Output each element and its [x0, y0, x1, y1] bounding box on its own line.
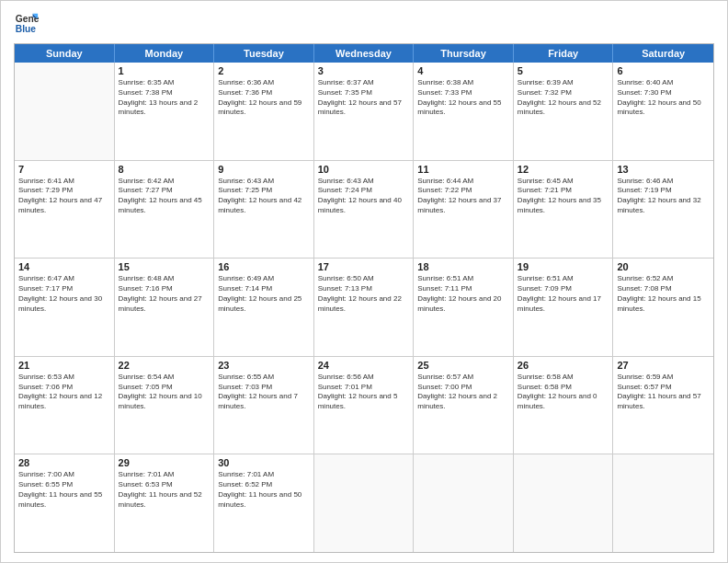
weekday-header: Tuesday	[214, 44, 314, 63]
day-number: 1	[119, 65, 210, 76]
cell-info: Sunrise: 6:36 AMSunset: 7:36 PMDaylight:…	[218, 78, 310, 118]
day-number: 23	[218, 360, 310, 371]
calendar-cell: 4Sunrise: 6:38 AMSunset: 7:33 PMDaylight…	[414, 63, 514, 160]
weekday-header: Wednesday	[314, 44, 415, 63]
day-number: 24	[318, 360, 410, 371]
day-number: 27	[617, 360, 710, 371]
calendar-cell: 13Sunrise: 6:46 AMSunset: 7:19 PMDayligh…	[613, 161, 713, 259]
day-number: 16	[218, 261, 310, 272]
day-number: 21	[18, 360, 110, 371]
calendar-cell: 26Sunrise: 6:58 AMSunset: 6:58 PMDayligh…	[514, 357, 614, 454]
cell-info: Sunrise: 6:58 AMSunset: 6:58 PMDaylight:…	[518, 373, 609, 412]
calendar-cell: 29Sunrise: 7:01 AMSunset: 6:53 PMDayligh…	[115, 454, 215, 552]
cell-info: Sunrise: 7:00 AMSunset: 6:55 PMDaylight:…	[18, 470, 110, 510]
day-number: 12	[518, 164, 609, 175]
day-number: 30	[218, 457, 310, 468]
day-number: 3	[318, 65, 410, 76]
cell-info: Sunrise: 6:56 AMSunset: 7:01 PMDaylight:…	[318, 373, 410, 412]
calendar-cell	[414, 454, 514, 552]
calendar-week: 7Sunrise: 6:41 AMSunset: 7:29 PMDaylight…	[15, 161, 713, 259]
calendar-week: 14Sunrise: 6:47 AMSunset: 7:17 PMDayligh…	[15, 259, 713, 357]
cell-info: Sunrise: 7:01 AMSunset: 6:53 PMDaylight:…	[119, 470, 210, 510]
day-number: 10	[318, 164, 410, 175]
weekday-header: Monday	[115, 44, 215, 63]
calendar-cell: 25Sunrise: 6:57 AMSunset: 7:00 PMDayligh…	[414, 357, 514, 454]
calendar-cell: 20Sunrise: 6:52 AMSunset: 7:08 PMDayligh…	[613, 259, 713, 356]
calendar-cell	[514, 454, 614, 552]
day-number: 11	[417, 164, 509, 175]
calendar-cell: 17Sunrise: 6:50 AMSunset: 7:13 PMDayligh…	[314, 259, 415, 356]
cell-info: Sunrise: 6:54 AMSunset: 7:05 PMDaylight:…	[119, 373, 210, 412]
cell-info: Sunrise: 6:42 AMSunset: 7:27 PMDaylight:…	[119, 177, 210, 216]
cell-info: Sunrise: 6:40 AMSunset: 7:30 PMDaylight:…	[617, 78, 710, 118]
day-number: 4	[417, 65, 509, 76]
cell-info: Sunrise: 6:44 AMSunset: 7:22 PMDaylight:…	[417, 177, 509, 216]
cell-info: Sunrise: 6:59 AMSunset: 6:57 PMDaylight:…	[617, 373, 710, 412]
day-number: 5	[518, 65, 609, 76]
weekday-header: Sunday	[15, 44, 115, 63]
cell-info: Sunrise: 6:50 AMSunset: 7:13 PMDaylight:…	[318, 274, 410, 314]
day-number: 18	[417, 261, 509, 272]
cell-info: Sunrise: 6:38 AMSunset: 7:33 PMDaylight:…	[417, 78, 509, 118]
cell-info: Sunrise: 6:43 AMSunset: 7:24 PMDaylight:…	[318, 177, 410, 216]
day-number: 22	[119, 360, 210, 371]
calendar-cell: 8Sunrise: 6:42 AMSunset: 7:27 PMDaylight…	[115, 161, 215, 259]
calendar-cell: 22Sunrise: 6:54 AMSunset: 7:05 PMDayligh…	[115, 357, 215, 454]
day-number: 19	[518, 261, 609, 272]
day-number: 25	[417, 360, 509, 371]
svg-text:Blue: Blue	[16, 24, 37, 34]
calendar-cell: 2Sunrise: 6:36 AMSunset: 7:36 PMDaylight…	[214, 63, 314, 160]
calendar-cell	[15, 63, 115, 160]
calendar-cell: 12Sunrise: 6:45 AMSunset: 7:21 PMDayligh…	[514, 161, 614, 259]
weekday-header: Saturday	[613, 44, 713, 63]
calendar-cell: 6Sunrise: 6:40 AMSunset: 7:30 PMDaylight…	[613, 63, 713, 160]
cell-info: Sunrise: 6:35 AMSunset: 7:38 PMDaylight:…	[119, 78, 210, 118]
calendar-cell: 27Sunrise: 6:59 AMSunset: 6:57 PMDayligh…	[613, 357, 713, 454]
weekday-header: Friday	[514, 44, 614, 63]
calendar-cell: 5Sunrise: 6:39 AMSunset: 7:32 PMDaylight…	[514, 63, 614, 160]
calendar-cell: 14Sunrise: 6:47 AMSunset: 7:17 PMDayligh…	[15, 259, 115, 356]
calendar-cell	[314, 454, 415, 552]
calendar-body: 1Sunrise: 6:35 AMSunset: 7:38 PMDaylight…	[15, 63, 713, 552]
cell-info: Sunrise: 6:57 AMSunset: 7:00 PMDaylight:…	[417, 373, 509, 412]
day-number: 17	[318, 261, 410, 272]
calendar-header: SundayMondayTuesdayWednesdayThursdayFrid…	[15, 44, 713, 63]
calendar-cell: 18Sunrise: 6:51 AMSunset: 7:11 PMDayligh…	[414, 259, 514, 356]
day-number: 7	[18, 164, 110, 175]
logo: General Blue	[14, 10, 40, 36]
day-number: 15	[119, 261, 210, 272]
calendar-cell	[613, 454, 713, 552]
cell-info: Sunrise: 6:51 AMSunset: 7:11 PMDaylight:…	[417, 274, 509, 314]
calendar-cell: 15Sunrise: 6:48 AMSunset: 7:16 PMDayligh…	[115, 259, 215, 356]
day-number: 28	[18, 457, 110, 468]
logo-icon: General Blue	[14, 10, 40, 36]
cell-info: Sunrise: 6:55 AMSunset: 7:03 PMDaylight:…	[218, 373, 310, 412]
day-number: 9	[218, 164, 310, 175]
calendar-cell: 28Sunrise: 7:00 AMSunset: 6:55 PMDayligh…	[15, 454, 115, 552]
day-number: 6	[617, 65, 710, 76]
calendar-week: 28Sunrise: 7:00 AMSunset: 6:55 PMDayligh…	[15, 454, 713, 552]
day-number: 26	[518, 360, 609, 371]
day-number: 29	[119, 457, 210, 468]
cell-info: Sunrise: 7:01 AMSunset: 6:52 PMDaylight:…	[218, 470, 310, 510]
cell-info: Sunrise: 6:47 AMSunset: 7:17 PMDaylight:…	[18, 274, 110, 314]
calendar: SundayMondayTuesdayWednesdayThursdayFrid…	[14, 43, 714, 553]
calendar-cell: 16Sunrise: 6:49 AMSunset: 7:14 PMDayligh…	[214, 259, 314, 356]
cell-info: Sunrise: 6:52 AMSunset: 7:08 PMDaylight:…	[617, 274, 710, 314]
calendar-cell: 1Sunrise: 6:35 AMSunset: 7:38 PMDaylight…	[115, 63, 215, 160]
calendar-cell: 30Sunrise: 7:01 AMSunset: 6:52 PMDayligh…	[214, 454, 314, 552]
day-number: 20	[617, 261, 710, 272]
calendar-cell: 23Sunrise: 6:55 AMSunset: 7:03 PMDayligh…	[214, 357, 314, 454]
cell-info: Sunrise: 6:48 AMSunset: 7:16 PMDaylight:…	[119, 274, 210, 314]
calendar-week: 21Sunrise: 6:53 AMSunset: 7:06 PMDayligh…	[15, 357, 713, 455]
calendar-cell: 3Sunrise: 6:37 AMSunset: 7:35 PMDaylight…	[314, 63, 415, 160]
cell-info: Sunrise: 6:39 AMSunset: 7:32 PMDaylight:…	[518, 78, 609, 118]
calendar-cell: 10Sunrise: 6:43 AMSunset: 7:24 PMDayligh…	[314, 161, 415, 259]
cell-info: Sunrise: 6:37 AMSunset: 7:35 PMDaylight:…	[318, 78, 410, 118]
calendar-cell: 21Sunrise: 6:53 AMSunset: 7:06 PMDayligh…	[15, 357, 115, 454]
calendar-cell: 24Sunrise: 6:56 AMSunset: 7:01 PMDayligh…	[314, 357, 415, 454]
day-number: 2	[218, 65, 310, 76]
cell-info: Sunrise: 6:53 AMSunset: 7:06 PMDaylight:…	[18, 373, 110, 412]
calendar-week: 1Sunrise: 6:35 AMSunset: 7:38 PMDaylight…	[15, 63, 713, 161]
cell-info: Sunrise: 6:51 AMSunset: 7:09 PMDaylight:…	[518, 274, 609, 314]
